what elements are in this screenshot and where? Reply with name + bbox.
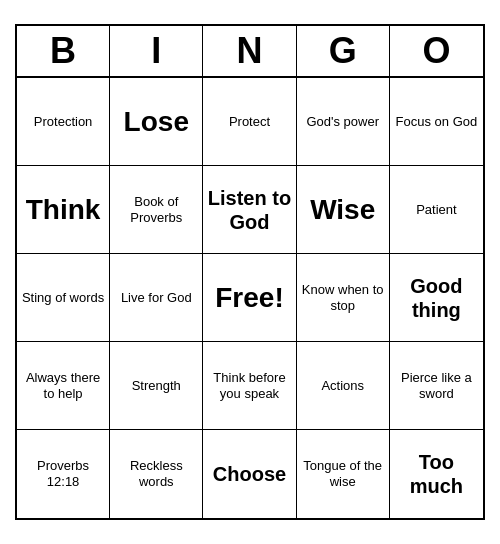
bingo-cell-21[interactable]: Reckless words (110, 430, 203, 518)
header-letter-o: O (390, 26, 483, 76)
bingo-cell-6[interactable]: Book of Proverbs (110, 166, 203, 254)
bingo-grid: ProtectionLoseProtectGod's powerFocus on… (17, 78, 483, 518)
bingo-cell-13[interactable]: Know when to stop (297, 254, 390, 342)
bingo-cell-14[interactable]: Good thing (390, 254, 483, 342)
bingo-cell-12[interactable]: Free! (203, 254, 296, 342)
bingo-cell-0[interactable]: Protection (17, 78, 110, 166)
header-letter-b: B (17, 26, 110, 76)
bingo-cell-9[interactable]: Patient (390, 166, 483, 254)
bingo-cell-23[interactable]: Tongue of the wise (297, 430, 390, 518)
bingo-cell-10[interactable]: Sting of words (17, 254, 110, 342)
header-letter-g: G (297, 26, 390, 76)
bingo-cell-11[interactable]: Live for God (110, 254, 203, 342)
bingo-cell-2[interactable]: Protect (203, 78, 296, 166)
bingo-cell-5[interactable]: Think (17, 166, 110, 254)
bingo-cell-8[interactable]: Wise (297, 166, 390, 254)
bingo-cell-20[interactable]: Proverbs 12:18 (17, 430, 110, 518)
bingo-cell-19[interactable]: Pierce like a sword (390, 342, 483, 430)
bingo-card: BINGO ProtectionLoseProtectGod's powerFo… (15, 24, 485, 520)
bingo-cell-24[interactable]: Too much (390, 430, 483, 518)
bingo-cell-1[interactable]: Lose (110, 78, 203, 166)
bingo-cell-4[interactable]: Focus on God (390, 78, 483, 166)
bingo-cell-22[interactable]: Choose (203, 430, 296, 518)
bingo-cell-17[interactable]: Think before you speak (203, 342, 296, 430)
bingo-cell-7[interactable]: Listen to God (203, 166, 296, 254)
bingo-cell-3[interactable]: God's power (297, 78, 390, 166)
header-letter-i: I (110, 26, 203, 76)
header-letter-n: N (203, 26, 296, 76)
bingo-header: BINGO (17, 26, 483, 78)
bingo-cell-16[interactable]: Strength (110, 342, 203, 430)
bingo-cell-18[interactable]: Actions (297, 342, 390, 430)
bingo-cell-15[interactable]: Always there to help (17, 342, 110, 430)
